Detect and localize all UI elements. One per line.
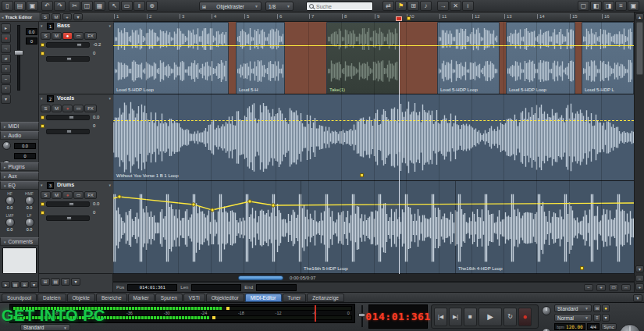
record-option-button-1[interactable]: ⊞ [593, 304, 601, 312]
redo-button[interactable]: ↷ [54, 1, 66, 11]
pan-slider-handle[interactable] [66, 216, 72, 220]
tab-marker[interactable]: Marker [128, 294, 155, 302]
split-tool-button[interactable]: ‖ [133, 1, 145, 11]
tab-soundpool[interactable]: Soundpool [2, 294, 37, 302]
metronome-button[interactable]: ♪ [420, 1, 432, 11]
track-lane-vocals[interactable]: Without You Verse 1 B 1 Loop [113, 94, 634, 181]
workflow-mode-dropdown[interactable]: Standard ▼ [20, 324, 70, 331]
record-arm-button[interactable]: ● [62, 105, 73, 112]
sync-button[interactable]: Sync [601, 323, 617, 330]
go-to-start-button[interactable]: |◀ [434, 308, 447, 326]
locator-marker[interactable] [407, 16, 411, 20]
bass-clip[interactable]: Loud 5-HDP Loop [437, 22, 500, 94]
tab-zeitanzeige[interactable]: Zeitanzeige [307, 294, 344, 302]
workspace-1-button[interactable]: ▢ [578, 1, 589, 11]
volume-slider[interactable] [46, 115, 90, 120]
search-box[interactable] [306, 2, 373, 11]
track-menu-button[interactable]: ▾ [73, 13, 83, 20]
workspace-2-button[interactable]: ◧ [590, 1, 602, 11]
grid-value-dropdown[interactable]: 1/8 ▼ [265, 2, 294, 11]
collapse-icon[interactable]: ▾ [41, 96, 43, 101]
scroll-up-button[interactable]: ▴ [635, 13, 644, 20]
solo-all-button[interactable]: S [41, 13, 50, 20]
tab-objekteditor[interactable]: Objekteditor [206, 294, 244, 302]
solo-button[interactable]: S [41, 105, 51, 112]
scroll-down-button[interactable]: ▾ [635, 265, 644, 272]
zoom-range-button[interactable]: ▭ [609, 284, 618, 291]
section-audio[interactable]: ▸Audio [0, 131, 39, 140]
volume-slider[interactable] [46, 201, 90, 207]
automation-mode-button[interactable]: ▭ [73, 105, 84, 112]
fullscreen-button[interactable]: ▣ [628, 1, 639, 11]
tab-midi-editor[interactable]: MIDI-Editor [245, 294, 282, 302]
panel-bottom-button-2[interactable]: ▤ [11, 281, 20, 288]
panel-bottom-button-1[interactable]: ▸ [2, 281, 10, 288]
section-comments[interactable]: ▾Comments [0, 237, 39, 246]
bpm-display[interactable]: bpm 120.00 [554, 323, 585, 330]
header-bottom-button-4[interactable]: ▾ [71, 278, 80, 286]
audio-knob-1[interactable] [2, 141, 11, 150]
snap-button[interactable]: ⊞ [407, 1, 419, 11]
playback-marker[interactable] [396, 16, 402, 21]
mini-fader-handle[interactable] [358, 313, 365, 317]
automation-mode-button[interactable]: ▭ [73, 32, 84, 40]
time-signature-display[interactable]: 4/4 [587, 323, 600, 330]
add-track-button[interactable]: + [62, 13, 72, 20]
eq-lf-knob[interactable] [25, 218, 34, 227]
marker-flag-button[interactable]: ⚑ [395, 1, 407, 11]
stop-button[interactable]: ■ [464, 308, 477, 326]
len-value[interactable] [191, 284, 241, 291]
cut-button[interactable]: ✂ [69, 1, 80, 11]
mute-button[interactable]: M [52, 105, 62, 112]
master-volume-knob[interactable] [619, 324, 641, 331]
lock-button[interactable]: ▪ [1, 64, 11, 73]
vertical-scrollbar[interactable]: ▴ ▾ − + [634, 12, 644, 292]
fader-handle[interactable] [14, 50, 23, 55]
info-button[interactable]: i [462, 1, 474, 11]
automation-node[interactable] [580, 266, 584, 270]
mute-button[interactable]: M [52, 32, 62, 40]
fx-button[interactable]: FX [84, 32, 97, 40]
track-header-bass[interactable]: ▾ 1 Bass ▾ S M ● ▭ FX -0.2 0 [39, 22, 113, 94]
mute-all-button[interactable]: M [52, 13, 61, 20]
vertical-zoom-in-button[interactable]: + [635, 283, 644, 290]
search-input[interactable] [316, 4, 366, 9]
copy-button[interactable]: ◫ [81, 1, 93, 11]
automation-mode-button[interactable]: ▭ [73, 191, 84, 199]
crossfade-button[interactable]: ✕ [450, 1, 461, 11]
track-options-icon[interactable]: ▾ [109, 96, 111, 101]
follow-playback-button[interactable]: → [437, 1, 449, 11]
header-bottom-button-2[interactable]: ▤ [51, 278, 60, 286]
track-header-vocals[interactable]: ▾ 2 Vocals ▾ S M ● ▭ FX 0.0 0 [39, 94, 113, 181]
header-bottom-button-1[interactable]: ⊞ [41, 278, 50, 286]
pan-slider[interactable] [46, 215, 90, 221]
track-options-icon[interactable]: ▾ [109, 183, 111, 187]
record-button[interactable]: ● [518, 308, 532, 326]
track-lane-drums[interactable]: The16th 5-HDP Loop The16th 4-HDP Loop [113, 181, 634, 274]
bass-clip-selected[interactable]: Take(1) [326, 22, 400, 94]
playback-option-button-1[interactable]: ≡ [593, 314, 601, 322]
file-save-button[interactable]: ▣ [27, 1, 38, 11]
record-mode-dropdown[interactable]: Standard ▼ [554, 304, 592, 312]
bass-volume-automation-line[interactable] [113, 45, 634, 46]
zoom-tool-button[interactable]: ⊕ [146, 1, 158, 11]
record-option-button-2[interactable]: ● [602, 304, 610, 312]
paste-button[interactable]: ▦ [94, 1, 105, 11]
freeze-button[interactable]: * [1, 84, 11, 94]
pos-value[interactable]: 014:01:361 [127, 284, 177, 291]
monitor-knob-2[interactable] [542, 328, 551, 331]
track-editor-titlebar[interactable]: ◂ Track Editor [0, 12, 39, 22]
vocals-automation-line[interactable] [113, 120, 634, 121]
tab-objekte[interactable]: Objekte [67, 294, 95, 302]
phase-button[interactable]: ø [1, 54, 11, 63]
bass-clip[interactable]: Loud 5-HDP L [582, 22, 634, 94]
record-arm-button[interactable]: ● [1, 34, 11, 43]
panel-bottom-button-3[interactable]: ⊞ [20, 281, 29, 288]
range-tool-button[interactable]: ▭ [121, 1, 133, 11]
undo-button[interactable]: ↶ [41, 1, 53, 11]
automation-button[interactable]: ~ [1, 74, 11, 84]
zoom-out-button[interactable]: − [584, 284, 593, 291]
file-open-button[interactable]: ▤ [14, 1, 26, 11]
track-volume-fader[interactable] [13, 25, 24, 91]
playback-option-button-2[interactable]: ▾ [602, 314, 610, 322]
